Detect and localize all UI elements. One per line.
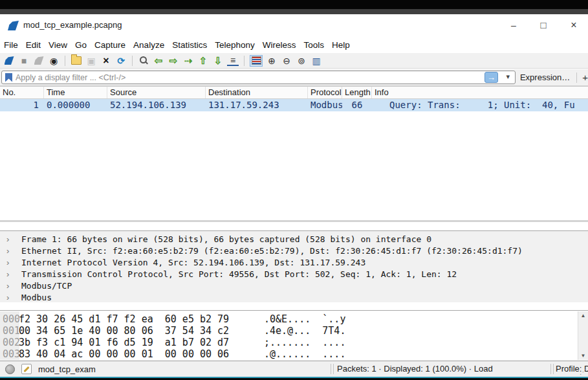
menu-statistics[interactable]: Statistics xyxy=(168,40,211,50)
go-forward-icon[interactable]: ⇨ xyxy=(168,55,179,67)
menu-file[interactable]: File xyxy=(0,40,22,50)
detail-text: Transmission Control Protocol, Src Port:… xyxy=(21,269,457,280)
hex-row[interactable]: 0030 83 40 04 ac 00 00 00 01 00 00 00 06… xyxy=(0,348,588,360)
packet-list-empty-area[interactable] xyxy=(0,111,588,219)
top-black-bar xyxy=(0,0,588,9)
zoom-out-icon[interactable]: ⊖ xyxy=(281,55,292,67)
menu-go[interactable]: Go xyxy=(71,40,91,50)
menu-analyze[interactable]: Analyze xyxy=(129,40,168,50)
reload-file-icon[interactable]: ⟳ xyxy=(115,55,127,67)
menu-tools[interactable]: Tools xyxy=(299,40,328,50)
filter-dropdown-caret-icon[interactable]: ▾ xyxy=(506,73,510,81)
hex-bytes[interactable]: 83 40 04 ac 00 00 00 01 00 00 00 06 28 xyxy=(19,348,233,360)
magnifier-icon xyxy=(140,56,148,65)
hex-ascii[interactable]: .0&E.... `..y xyxy=(264,313,345,325)
display-filter-input[interactable] xyxy=(16,72,515,83)
folder-icon xyxy=(71,56,82,65)
packet-source: 52.194.106.139 xyxy=(107,99,206,111)
column-header-no[interactable]: No. xyxy=(0,87,44,98)
detail-row-modbus-tcp[interactable]: › Modbus/TCP xyxy=(0,280,588,292)
go-bottom-icon[interactable]: ⇩ xyxy=(212,55,224,67)
top-dark-gray-bar xyxy=(0,9,588,14)
auto-scroll-icon[interactable]: ≡ xyxy=(227,56,239,66)
go-back-icon[interactable]: ⇦ xyxy=(153,55,164,67)
hex-ascii[interactable]: .4e.@... 7T4. xyxy=(264,325,345,337)
scroll-up-icon[interactable]: ▲ xyxy=(578,313,588,319)
packet-time: 0.000000 xyxy=(44,99,107,111)
expander-icon[interactable]: › xyxy=(6,245,13,257)
menu-telephony[interactable]: Telephony xyxy=(211,40,259,50)
expander-icon[interactable]: › xyxy=(6,269,13,280)
expander-icon[interactable]: › xyxy=(6,257,13,269)
hex-offset: 0030 xyxy=(3,348,19,360)
restart-capture-icon[interactable] xyxy=(33,55,45,67)
go-top-icon[interactable]: ⇧ xyxy=(197,55,209,67)
close-button[interactable]: × xyxy=(563,14,584,36)
column-header-length[interactable]: Length xyxy=(342,87,372,98)
packet-protocol: Modbus xyxy=(308,99,342,111)
bookmark-icon[interactable] xyxy=(5,73,12,82)
window-title: mod_tcp_example.pcapng xyxy=(23,20,122,30)
stop-capture-icon[interactable]: ■ xyxy=(18,55,30,67)
menu-wireless[interactable]: Wireless xyxy=(259,40,300,50)
detail-row-tcp[interactable]: › Transmission Control Protocol, Src Por… xyxy=(0,269,588,280)
resize-columns-icon[interactable]: ▥ xyxy=(310,55,322,67)
expander-icon[interactable]: › xyxy=(6,292,13,304)
scroll-down-icon[interactable]: ▼ xyxy=(578,353,588,359)
save-file-icon[interactable]: ▣ xyxy=(85,55,97,67)
capture-comment-icon[interactable] xyxy=(21,364,32,374)
minimize-button[interactable]: – xyxy=(503,14,524,36)
zoom-original-icon[interactable]: ⊚ xyxy=(296,55,307,67)
pane-splitter[interactable] xyxy=(0,220,588,222)
menu-view[interactable]: View xyxy=(45,40,71,50)
detail-text: Modbus/TCP xyxy=(21,280,72,292)
apply-filter-button[interactable]: → xyxy=(485,72,498,83)
expander-icon[interactable]: › xyxy=(6,234,13,245)
toolbar-separator xyxy=(132,56,133,66)
column-header-info[interactable]: Info xyxy=(372,87,588,98)
column-header-protocol[interactable]: Protocol xyxy=(308,87,342,98)
resize-grip-icon[interactable]: ⋰ xyxy=(580,368,587,376)
close-file-icon[interactable]: × xyxy=(100,55,112,67)
column-header-destination[interactable]: Destination xyxy=(206,87,308,98)
maximize-button[interactable]: □ xyxy=(533,14,554,36)
find-packet-icon[interactable] xyxy=(138,55,149,67)
colorize-icon[interactable] xyxy=(250,55,263,67)
detail-row-ip[interactable]: › Internet Protocol Version 4, Src: 52.1… xyxy=(0,257,588,269)
detail-row-ethernet[interactable]: › Ethernet II, Src: f2:ea:60:e5:b2:79 (f… xyxy=(0,245,588,257)
detail-text: Ethernet II, Src: f2:ea:60:e5:b2:79 (f2:… xyxy=(21,245,523,257)
start-capture-icon[interactable] xyxy=(3,55,15,67)
expert-info-icon[interactable] xyxy=(5,364,15,374)
column-header-time[interactable]: Time xyxy=(44,87,107,98)
menu-edit[interactable]: Edit xyxy=(22,40,45,50)
hex-scrollbar[interactable]: ▲ ▼ xyxy=(578,311,588,360)
go-to-packet-icon[interactable]: ⇢ xyxy=(182,55,194,67)
hex-bytes[interactable]: 00 34 65 1e 40 00 80 06 37 54 34 c2 6a xyxy=(19,325,233,337)
hex-bytes[interactable]: f2 30 26 45 d1 f7 f2 ea 60 e5 b2 79 08 xyxy=(19,313,233,325)
detail-text: Modbus xyxy=(21,292,52,304)
hex-bytes[interactable]: 3b f3 c1 94 01 f6 d5 19 a1 b7 02 d7 83 xyxy=(19,337,233,348)
hex-dump-pane: 0000 f2 30 26 45 d1 f7 f2 ea 60 e5 b2 79… xyxy=(0,310,588,361)
hex-row[interactable]: 0000 f2 30 26 45 d1 f7 f2 ea 60 e5 b2 79… xyxy=(0,313,588,325)
filterbar-separator xyxy=(576,73,577,83)
packet-row-selected[interactable]: 1 0.000000 52.194.106.139 131.17.59.243 … xyxy=(0,99,588,111)
zoom-in-icon[interactable]: ⊕ xyxy=(266,55,278,67)
hex-ascii[interactable]: .@...... .... xyxy=(264,348,345,360)
detail-row-modbus[interactable]: › Modbus xyxy=(0,292,588,304)
expander-icon[interactable]: › xyxy=(6,280,13,292)
add-filter-button[interactable]: + xyxy=(582,72,588,83)
capture-options-icon[interactable]: ◉ xyxy=(48,55,60,67)
packet-length: 66 xyxy=(342,99,372,111)
hex-ascii[interactable]: ;....... .... xyxy=(264,337,345,348)
status-separator xyxy=(550,364,554,374)
open-file-icon[interactable] xyxy=(71,55,82,67)
shark-fin-icon xyxy=(5,56,14,65)
menu-capture[interactable]: Capture xyxy=(91,40,129,50)
expression-button[interactable]: Expression… xyxy=(520,73,570,82)
hex-row[interactable]: 0010 00 34 65 1e 40 00 80 06 37 54 34 c2… xyxy=(0,325,588,337)
menu-help[interactable]: Help xyxy=(328,40,354,50)
column-header-source[interactable]: Source xyxy=(107,87,206,98)
status-filename: mod_tcp_exam xyxy=(38,364,96,374)
hex-row[interactable]: 0020 3b f3 c1 94 01 f6 d5 19 a1 b7 02 d7… xyxy=(0,337,588,348)
detail-row-frame[interactable]: › Frame 1: 66 bytes on wire (528 bits), … xyxy=(0,234,588,245)
